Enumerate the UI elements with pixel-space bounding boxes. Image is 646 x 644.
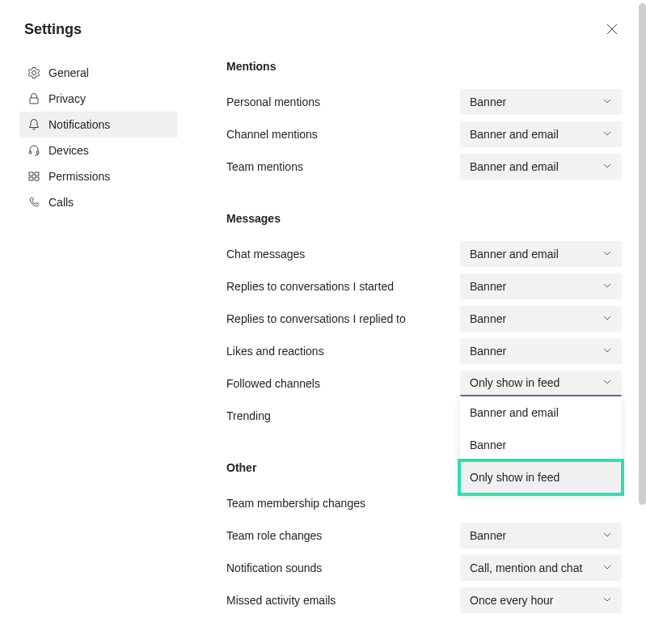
setting-label: Replies to conversations I started xyxy=(226,280,394,293)
dropdown-value: Banner and email xyxy=(470,128,559,141)
dropdown-value: Only show in feed xyxy=(470,376,559,389)
dropdown-followed-channels[interactable]: Only show in feed xyxy=(460,371,622,396)
chevron-down-icon xyxy=(602,312,612,325)
dropdown-value: Call, mention and chat xyxy=(470,561,582,574)
settings-main: Mentions Personal mentions Banner Channe… xyxy=(178,60,622,644)
setting-label: Trending xyxy=(226,409,271,422)
setting-row: Notification sounds Call, mention and ch… xyxy=(226,552,622,584)
apps-icon xyxy=(27,170,40,183)
dropdown-value: Banner xyxy=(470,95,506,108)
setting-label: Notification sounds xyxy=(226,561,322,574)
dropdown-missed-activity-emails[interactable]: Once every hour xyxy=(460,587,622,613)
dropdown-option-only-feed[interactable]: Only show in feed xyxy=(460,461,622,494)
chevron-down-icon xyxy=(602,128,612,141)
setting-row: Replies to conversations I started Banne… xyxy=(226,270,622,303)
sidebar-item-permissions[interactable]: Permissions xyxy=(19,163,178,189)
chevron-down-icon xyxy=(602,345,612,358)
setting-row: Likes and reactions Banner xyxy=(226,335,622,367)
sidebar-item-devices[interactable]: Devices xyxy=(19,138,178,163)
dropdown-value: Banner xyxy=(470,312,506,325)
dropdown-chat-messages[interactable]: Banner and email xyxy=(460,241,622,267)
dropdown-menu: Banner and email Banner Only show in fee… xyxy=(460,396,622,494)
close-button[interactable] xyxy=(602,19,622,39)
chevron-down-icon xyxy=(602,376,612,389)
dropdown-likes-reactions[interactable]: Banner xyxy=(460,338,622,364)
sidebar-item-label: Notifications xyxy=(49,118,110,131)
chevron-down-icon xyxy=(602,248,612,261)
dropdown-value: Banner xyxy=(470,529,506,542)
phone-icon xyxy=(27,196,40,209)
setting-row: Team role changes Banner xyxy=(226,519,622,552)
chevron-down-icon xyxy=(602,160,612,173)
section-title-messages: Messages xyxy=(226,212,622,225)
dropdown-team-role-changes[interactable]: Banner xyxy=(460,523,622,549)
sidebar-item-label: Devices xyxy=(49,144,89,157)
gear-icon xyxy=(27,66,40,79)
bell-icon xyxy=(27,118,40,131)
setting-label: Personal mentions xyxy=(226,95,320,108)
sidebar-item-label: Calls xyxy=(49,196,74,209)
setting-row: Team mentions Banner and email xyxy=(226,150,622,183)
headset-icon xyxy=(27,144,40,157)
dropdown-team-mentions[interactable]: Banner and email xyxy=(460,154,622,180)
lock-icon xyxy=(27,92,40,105)
setting-label: Followed channels xyxy=(226,377,320,390)
setting-label: Missed activity emails xyxy=(226,594,336,607)
setting-row: Replies to conversations I replied to Ba… xyxy=(226,303,622,335)
dropdown-value: Once every hour xyxy=(470,594,554,607)
sidebar-item-general[interactable]: General xyxy=(19,60,178,86)
dropdown-replies-started[interactable]: Banner xyxy=(460,273,622,299)
dropdown-notification-sounds[interactable]: Call, mention and chat xyxy=(460,555,622,581)
setting-label: Team membership changes xyxy=(226,497,365,510)
dropdown-value: Banner xyxy=(470,280,506,293)
dropdown-option-banner-email[interactable]: Banner and email xyxy=(460,396,622,429)
setting-label: Replies to conversations I replied to xyxy=(226,312,406,325)
chevron-down-icon xyxy=(602,529,612,542)
sidebar-item-notifications[interactable]: Notifications xyxy=(19,112,178,138)
page-title: Settings xyxy=(24,21,82,38)
setting-label: Likes and reactions xyxy=(226,345,324,358)
setting-label: Channel mentions xyxy=(226,128,318,141)
setting-label: Team role changes xyxy=(226,529,322,542)
setting-row: Channel mentions Banner and email xyxy=(226,118,622,150)
sidebar-item-calls[interactable]: Calls xyxy=(19,189,178,215)
setting-row: Followed channels Only show in feed Bann… xyxy=(226,367,622,400)
settings-sidebar: General Privacy Notifications Devices Pe xyxy=(19,60,178,644)
dropdown-replies-repliedto[interactable]: Banner xyxy=(460,306,622,332)
scrollbar[interactable] xyxy=(639,3,646,505)
dropdown-value: Banner and email xyxy=(470,160,559,173)
dropdown-value: Banner and email xyxy=(470,248,559,261)
dropdown-channel-mentions[interactable]: Banner and email xyxy=(460,121,622,147)
close-icon xyxy=(606,23,618,35)
sidebar-item-label: General xyxy=(49,66,89,79)
sidebar-item-label: Permissions xyxy=(49,170,110,183)
setting-label: Team mentions xyxy=(226,160,303,173)
settings-header: Settings xyxy=(0,0,646,50)
setting-row: Missed activity emails Once every hour xyxy=(226,584,622,616)
setting-row: Personal mentions Banner xyxy=(226,86,622,118)
setting-row: Chat messages Banner and email xyxy=(226,238,622,270)
setting-label: Chat messages xyxy=(226,248,305,261)
dropdown-value: Banner xyxy=(470,345,506,358)
chevron-down-icon xyxy=(602,594,612,607)
chevron-down-icon xyxy=(602,95,612,108)
dropdown-option-banner[interactable]: Banner xyxy=(460,429,622,461)
section-title-mentions: Mentions xyxy=(226,60,622,73)
chevron-down-icon xyxy=(602,561,612,574)
sidebar-item-privacy[interactable]: Privacy xyxy=(19,86,178,112)
chevron-down-icon xyxy=(602,280,612,293)
dropdown-personal-mentions[interactable]: Banner xyxy=(460,89,622,115)
sidebar-item-label: Privacy xyxy=(49,92,86,105)
